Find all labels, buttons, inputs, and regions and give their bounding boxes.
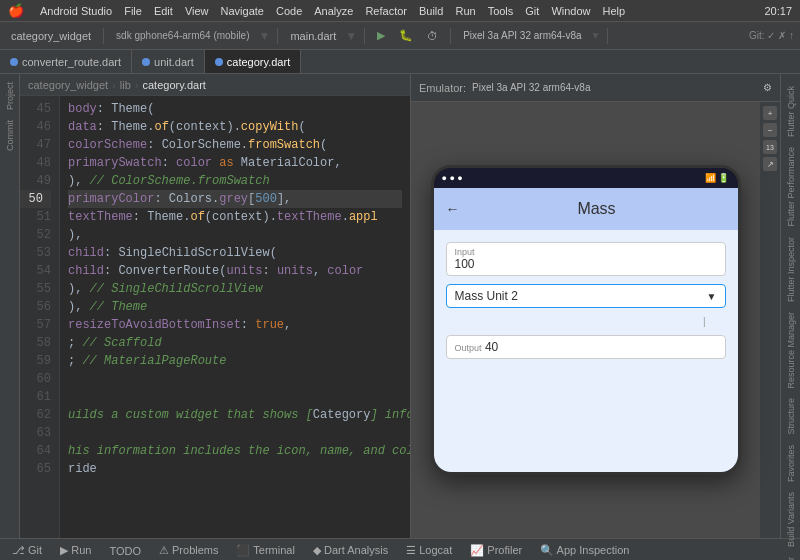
- menu-git[interactable]: Git: [525, 5, 539, 17]
- line-numbers: 45 46 47 48 49 50 51 52 53 54 55 56 57 5…: [20, 96, 60, 538]
- code-line-46: data: Theme.of(context).copyWith(: [68, 118, 402, 136]
- toolbar-sep-2: [277, 28, 278, 44]
- menu-file[interactable]: File: [124, 5, 142, 17]
- input-value: 100: [455, 257, 475, 271]
- code-line-52: ),: [68, 226, 402, 244]
- ln-45: 45: [20, 100, 51, 118]
- emulator-label: Emulator:: [419, 82, 466, 94]
- app-toolbar: ← Mass: [434, 188, 738, 230]
- sidebar-project[interactable]: Project: [3, 78, 17, 114]
- tab-dot-2: [142, 58, 150, 66]
- sidebar-resource-manager[interactable]: Resource Manager: [784, 308, 798, 393]
- sidebar-flutter-inspector[interactable]: Flutter Inspector: [784, 233, 798, 306]
- tab-label-3: category.dart: [227, 56, 290, 68]
- menu-help[interactable]: Help: [603, 5, 626, 17]
- menubar-time: 20:17: [764, 5, 792, 17]
- code-line-60: [68, 370, 402, 388]
- menu-build[interactable]: Build: [419, 5, 443, 17]
- code-content[interactable]: body: Theme( data: Theme.of(context).cop…: [60, 96, 410, 538]
- bottom-tabs: ⎇ Git ▶ Run TODO ⚠ Problems ⬛ Terminal ◆…: [0, 538, 800, 560]
- menu-edit[interactable]: Edit: [154, 5, 173, 17]
- tab-category[interactable]: category.dart: [205, 50, 301, 74]
- sidebar-build-variants[interactable]: Build Variants: [784, 488, 798, 551]
- ln-59: 59: [20, 352, 51, 370]
- btab-git[interactable]: ⎇ Git: [4, 542, 50, 559]
- code-line-62: uilds a custom widget that shows [Catego…: [68, 406, 402, 424]
- sidebar-device-file[interactable]: Device File Explorer: [784, 553, 798, 560]
- debug-button[interactable]: 🐛: [394, 27, 418, 44]
- btab-logcat[interactable]: ☰ Logcat: [398, 542, 460, 559]
- ln-53: 53: [20, 244, 51, 262]
- code-line-56: ), // Theme: [68, 298, 402, 316]
- menu-analyze[interactable]: Analyze: [314, 5, 353, 17]
- ln-47: 47: [20, 136, 51, 154]
- sdk-selector[interactable]: sdk gphone64-arm64 (mobile): [111, 28, 254, 43]
- menu-view[interactable]: View: [185, 5, 209, 17]
- project-name: category_widget: [6, 28, 96, 44]
- right-panel: Emulator: Pixel 3a API 32 arm64-v8a ⚙ ● …: [410, 74, 780, 538]
- tab-converter-route[interactable]: converter_route.dart: [0, 50, 132, 74]
- main-area: Project Commit category_widget › lib › c…: [0, 74, 800, 538]
- dropdown-group[interactable]: Mass Unit 2 ▼: [446, 284, 726, 308]
- run-button[interactable]: ▶: [372, 27, 390, 44]
- menu-code[interactable]: Code: [276, 5, 302, 17]
- phone-frame: ● ● ● 📶 🔋 ← Mass Input 1: [431, 165, 741, 475]
- sidebar-structure[interactable]: Structure: [784, 394, 798, 439]
- main-dart-tab[interactable]: main.dart: [285, 28, 341, 44]
- btab-todo[interactable]: TODO: [101, 543, 149, 559]
- sidebar-commit[interactable]: Commit: [3, 116, 17, 155]
- profile-button[interactable]: ⏱: [422, 28, 443, 44]
- ln-61: 61: [20, 388, 51, 406]
- btab-profiler[interactable]: 📈 Profiler: [462, 542, 530, 559]
- code-line-65: ride: [68, 460, 402, 478]
- tab-label-2: unit.dart: [154, 56, 194, 68]
- code-line-49: ), // ColorScheme.fromSwatch: [68, 172, 402, 190]
- ln-48: 48: [20, 154, 51, 172]
- emu-btn-arrow[interactable]: ↗: [763, 157, 777, 171]
- emu-btn-minus[interactable]: −: [763, 123, 777, 137]
- sidebar-favorites[interactable]: Favorites: [784, 441, 798, 486]
- device-selector[interactable]: Pixel 3a API 32 arm64-v8a: [458, 28, 586, 43]
- btab-problems[interactable]: ⚠ Problems: [151, 542, 227, 559]
- back-arrow-icon[interactable]: ←: [446, 201, 460, 217]
- btab-dart-analysis[interactable]: ◆ Dart Analysis: [305, 542, 396, 559]
- btab-app-inspection[interactable]: 🔍 App Inspection: [532, 542, 637, 559]
- toolbar-sep-3: [364, 28, 365, 44]
- input-group[interactable]: Input 100: [446, 242, 726, 276]
- emu-btn-plus[interactable]: +: [763, 106, 777, 120]
- right-sidebar: Flutter Quick Flutter Performance Flutte…: [780, 74, 800, 538]
- code-line-55: ), // SingleChildScrollView: [68, 280, 402, 298]
- ln-56: 56: [20, 298, 51, 316]
- code-line-47: colorScheme: ColorScheme.fromSwatch(: [68, 136, 402, 154]
- menu-refactor[interactable]: Refactor: [365, 5, 407, 17]
- emu-btn-13[interactable]: 13: [763, 140, 777, 154]
- toolbar-sep-1: [103, 28, 104, 44]
- code-area: 45 46 47 48 49 50 51 52 53 54 55 56 57 5…: [20, 96, 410, 538]
- sidebar-flutter-perf[interactable]: Flutter Performance: [784, 143, 798, 231]
- breadcrumb-part-2: lib: [120, 79, 131, 91]
- tab-dot-3: [215, 58, 223, 66]
- ln-50: 50: [20, 190, 51, 208]
- apple-icon: 🍎: [8, 3, 24, 18]
- code-line-58: ; // Scaffold: [68, 334, 402, 352]
- menu-navigate[interactable]: Navigate: [221, 5, 264, 17]
- menu-app-name[interactable]: Android Studio: [40, 5, 112, 17]
- code-line-54: child: ConverterRoute(units: units, colo…: [68, 262, 402, 280]
- ide-toolbar: category_widget sdk gphone64-arm64 (mobi…: [0, 22, 800, 50]
- btab-run[interactable]: ▶ Run: [52, 542, 99, 559]
- sidebar-flutter-quick[interactable]: Flutter Quick: [784, 82, 798, 141]
- phone-status-bar: ● ● ● 📶 🔋: [434, 168, 738, 188]
- menu-window[interactable]: Window: [551, 5, 590, 17]
- btab-terminal[interactable]: ⬛ Terminal: [228, 542, 302, 559]
- ln-55: 55: [20, 280, 51, 298]
- menu-tools[interactable]: Tools: [488, 5, 514, 17]
- cursor-indicator: |: [446, 316, 726, 327]
- menu-run[interactable]: Run: [455, 5, 475, 17]
- code-line-64: his information includes the icon, name,…: [68, 442, 402, 460]
- ln-62: 62: [20, 406, 51, 424]
- tab-unit[interactable]: unit.dart: [132, 50, 205, 74]
- ln-64: 64: [20, 442, 51, 460]
- output-group: Output 40: [446, 335, 726, 359]
- menubar-right-icons: 20:17: [764, 5, 792, 17]
- ln-54: 54: [20, 262, 51, 280]
